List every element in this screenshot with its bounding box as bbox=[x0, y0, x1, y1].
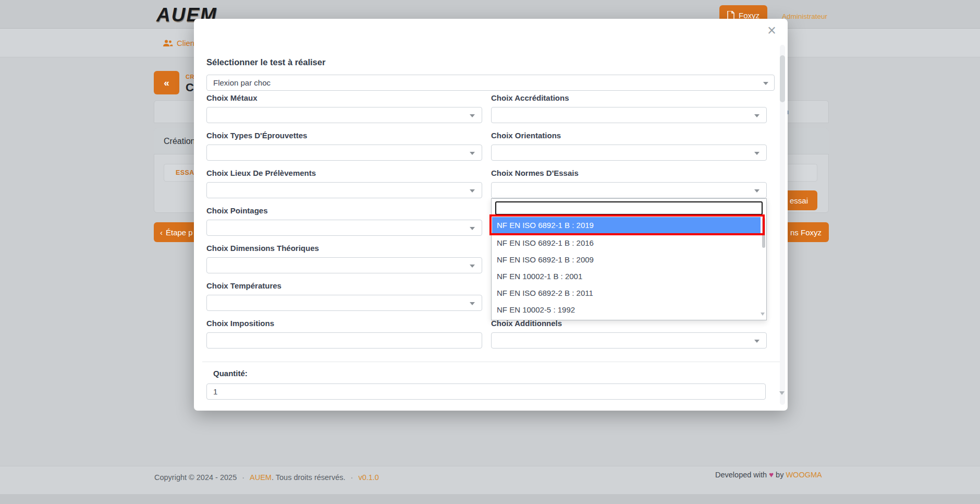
essai-label: ESSAI bbox=[176, 169, 197, 176]
woogma-link[interactable]: WOOGMA bbox=[786, 471, 822, 479]
select-additionnels[interactable] bbox=[491, 332, 767, 349]
by-text: by bbox=[776, 471, 783, 479]
field-label-dimensions-theoriques: Choix Dimensions Théoriques bbox=[206, 244, 319, 253]
copyright-text: Copyright © 2024 - 2025 bbox=[154, 473, 237, 482]
dropdown-option[interactable]: NF EN 10002-5 : 1992 bbox=[492, 302, 763, 318]
modal-scrollbar-thumb[interactable] bbox=[780, 55, 785, 102]
select-orientations[interactable] bbox=[491, 145, 767, 161]
dropdown-scrollbar[interactable] bbox=[762, 218, 765, 248]
select-impositions[interactable] bbox=[206, 332, 482, 349]
select-accreditations[interactable] bbox=[491, 107, 767, 123]
dropdown-option[interactable]: NF EN ISO 6892-1 B : 2009 bbox=[492, 251, 763, 268]
field-label-orientations: Choix Orientations bbox=[491, 131, 561, 140]
select-types-eprouvettes[interactable] bbox=[206, 145, 482, 161]
select-pointages[interactable] bbox=[206, 220, 482, 236]
chevron-down-icon bbox=[470, 189, 475, 193]
chevron-down-icon bbox=[470, 152, 475, 155]
footer-brand-link[interactable]: AUEM bbox=[250, 473, 272, 482]
developed-text: Developed with bbox=[715, 471, 767, 479]
close-icon[interactable]: × bbox=[767, 23, 776, 38]
test-select[interactable]: Flexion par choc bbox=[206, 75, 775, 91]
previous-step-label: Étape p bbox=[166, 228, 193, 237]
footer-copyright: Copyright © 2024 - 2025·AUEM. Tous droit… bbox=[154, 473, 379, 482]
field-label-lieux-prelevements: Choix Lieux De Prélèvements bbox=[206, 169, 316, 177]
scroll-down-icon[interactable] bbox=[761, 313, 765, 316]
chevron-down-icon bbox=[754, 189, 760, 193]
select-dimensions-theoriques[interactable] bbox=[206, 257, 482, 273]
document-icon bbox=[727, 11, 734, 20]
bottom-strip bbox=[0, 494, 980, 504]
footer-credits: Developed with♥by WOOGMA bbox=[715, 470, 822, 479]
field-label-types-eprouvettes: Choix Types D'Éprouvettes bbox=[206, 131, 307, 140]
chevron-down-icon bbox=[470, 265, 475, 268]
chevron-down-icon bbox=[470, 114, 475, 117]
footer bbox=[0, 466, 980, 494]
dropdown-option[interactable]: NF EN ISO 6892-2 B : 2011 bbox=[492, 285, 763, 302]
version-link[interactable]: v0.1.0 bbox=[358, 473, 379, 482]
test-selection-modal: × Sélectionner le test à réaliser Flexio… bbox=[194, 19, 788, 411]
select-lieux-prelevements[interactable] bbox=[206, 182, 482, 198]
modal-divider bbox=[202, 362, 780, 362]
select-metaux[interactable] bbox=[206, 107, 482, 123]
scroll-down-icon[interactable] bbox=[779, 391, 785, 395]
rights-text: . Tous droits réservés. bbox=[272, 473, 346, 482]
field-label-metaux: Choix Métaux bbox=[206, 93, 258, 102]
heart-icon: ♥ bbox=[769, 470, 774, 479]
page: AUEM Foxyz Administrateur Clients « CRÉ … bbox=[0, 0, 980, 504]
select-normes-essais[interactable] bbox=[491, 182, 767, 198]
select-temperatures[interactable] bbox=[206, 295, 482, 311]
chevron-down-icon bbox=[754, 114, 760, 117]
chevron-down-icon bbox=[763, 82, 768, 85]
test-select-value: Flexion par choc bbox=[213, 78, 271, 87]
footer-separator: · bbox=[351, 473, 353, 482]
double-chevron-left-icon: « bbox=[164, 77, 169, 89]
dropdown-option-highlighted[interactable]: NF EN ISO 6892-1 B : 2019 bbox=[492, 217, 761, 233]
dropdown-option[interactable]: NF EN ISO 6892-1 B : 2016 bbox=[492, 235, 763, 251]
field-label-accreditations: Choix Accréditations bbox=[491, 93, 569, 102]
chevron-down-icon bbox=[754, 340, 760, 343]
field-label-normes-essais: Choix Normes D'Essais bbox=[491, 169, 579, 177]
dropdown-search-input[interactable] bbox=[495, 201, 763, 215]
quantity-label: Quantité: bbox=[213, 369, 248, 378]
user-menu[interactable]: Administrateur bbox=[782, 13, 827, 20]
back-button[interactable]: « bbox=[154, 71, 179, 94]
foxyz-button-label: Foxyz bbox=[739, 11, 760, 20]
chevron-left-icon: ‹ bbox=[160, 228, 163, 237]
dropdown-option[interactable]: NF EN 10002-1 B : 2001 bbox=[492, 268, 763, 285]
chevron-down-icon bbox=[470, 302, 475, 305]
field-label-impositions: Choix Impositions bbox=[206, 319, 274, 328]
field-label-temperatures: Choix Températures bbox=[206, 281, 281, 290]
field-label-pointages: Choix Pointages bbox=[206, 206, 268, 215]
chevron-down-icon bbox=[754, 152, 760, 155]
footer-separator: · bbox=[242, 473, 244, 482]
quantity-input[interactable] bbox=[206, 383, 766, 400]
users-icon bbox=[163, 40, 173, 47]
normes-dropdown-panel: NF EN ISO 6892-1 B : 2019 NF EN ISO 6892… bbox=[491, 198, 767, 320]
modal-title: Sélectionner le test à réaliser bbox=[206, 57, 325, 67]
chevron-down-icon bbox=[470, 227, 475, 230]
